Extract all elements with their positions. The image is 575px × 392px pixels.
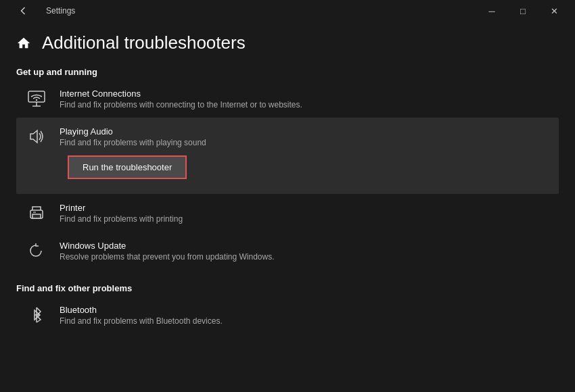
ts-item-audio-action: Run the troubleshooter xyxy=(24,149,551,187)
svg-point-3 xyxy=(36,99,37,101)
svg-rect-5 xyxy=(32,214,41,218)
run-troubleshooter-button[interactable]: Run the troubleshooter xyxy=(68,155,187,179)
ts-item-bluetooth-desc: Find and fix problems with Bluetooth dev… xyxy=(60,316,551,326)
ts-item-windows-update[interactable]: Windows Update Resolve problems that pre… xyxy=(16,232,559,270)
ts-item-printer-desc: Find and fix problems with printing xyxy=(60,214,551,224)
home-icon xyxy=(16,36,31,51)
ts-item-windows-update-name: Windows Update xyxy=(60,241,551,251)
ts-item-windows-update-text: Windows Update Resolve problems that pre… xyxy=(60,241,551,262)
ts-item-bluetooth[interactable]: Bluetooth Find and fix problems with Blu… xyxy=(16,296,559,334)
ts-item-printer-header: Printer Find and fix problems with print… xyxy=(24,201,551,225)
ts-item-printer-text: Printer Find and fix problems with print… xyxy=(60,203,551,224)
update-icon xyxy=(24,239,49,263)
ts-item-internet[interactable]: Internet Connections Find and fix proble… xyxy=(16,80,559,118)
ts-item-bluetooth-name: Bluetooth xyxy=(60,305,551,315)
close-button[interactable]: ✕ xyxy=(538,0,570,22)
ts-item-internet-name: Internet Connections xyxy=(60,89,551,99)
section-get-up-running: Get up and running Internet Conn xyxy=(16,67,559,270)
section-find-fix: Find and fix other problems Blue xyxy=(16,283,559,334)
section-heading-find-fix: Find and fix other problems xyxy=(16,283,559,293)
ts-item-audio-text: Playing Audio Find and fix problems with… xyxy=(60,126,551,147)
ts-item-bluetooth-header: Bluetooth Find and fix problems with Blu… xyxy=(24,303,551,327)
back-button[interactable] xyxy=(8,0,39,22)
minimize-button[interactable]: ─ xyxy=(476,0,507,22)
ts-item-audio[interactable]: Playing Audio Find and fix problems with… xyxy=(16,118,559,194)
audio-icon xyxy=(24,124,49,149)
ts-item-internet-header: Internet Connections Find and fix proble… xyxy=(24,87,551,111)
printer-icon xyxy=(24,201,49,225)
ts-item-printer-name: Printer xyxy=(60,203,551,213)
titlebar: Settings ─ □ ✕ xyxy=(0,0,575,22)
titlebar-title: Settings xyxy=(46,6,75,16)
maximize-button[interactable]: □ xyxy=(507,0,538,22)
titlebar-left: Settings xyxy=(8,0,75,22)
ts-item-windows-update-header: Windows Update Resolve problems that pre… xyxy=(24,239,551,263)
section-heading-get-up-running: Get up and running xyxy=(16,67,559,77)
ts-item-windows-update-desc: Resolve problems that prevent you from u… xyxy=(60,252,551,262)
ts-item-internet-text: Internet Connections Find and fix proble… xyxy=(60,89,551,109)
ts-item-bluetooth-text: Bluetooth Find and fix problems with Blu… xyxy=(60,305,551,326)
page-header: Additional troubleshooters xyxy=(0,22,575,62)
page-title: Additional troubleshooters xyxy=(42,32,246,53)
ts-item-printer[interactable]: Printer Find and fix problems with print… xyxy=(16,194,559,232)
ts-item-audio-desc: Find and fix problems with playing sound xyxy=(60,138,551,147)
ts-item-internet-desc: Find and fix problems with connecting to… xyxy=(60,100,551,109)
ts-item-audio-name: Playing Audio xyxy=(60,126,551,137)
content-area: Get up and running Internet Conn xyxy=(0,62,575,391)
ts-item-audio-header: Playing Audio Find and fix problems with… xyxy=(24,124,551,149)
bluetooth-icon xyxy=(24,303,49,327)
titlebar-controls: ─ □ ✕ xyxy=(476,0,570,22)
wifi-icon xyxy=(24,87,49,111)
